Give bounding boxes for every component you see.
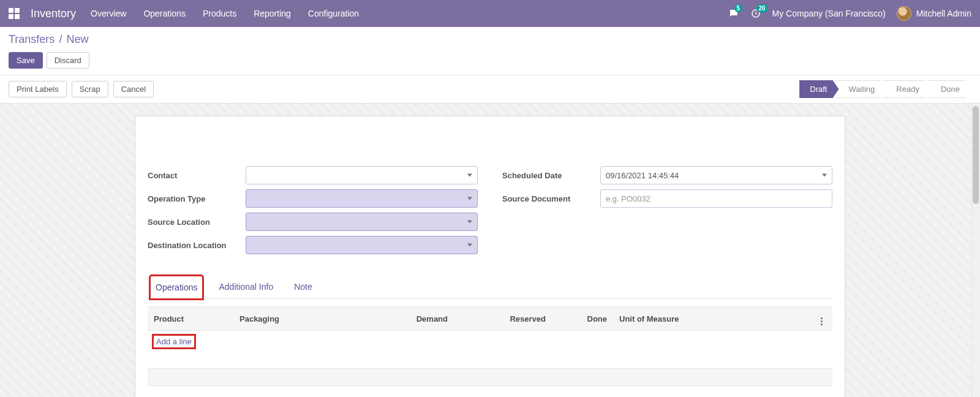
chevron-down-icon (467, 197, 472, 200)
activities-badge: 20 (756, 4, 768, 12)
print-labels-button[interactable]: Print Labels (9, 81, 67, 97)
scrollbar[interactable] (971, 104, 980, 397)
messages-badge: 5 (734, 4, 743, 12)
kebab-icon (816, 317, 826, 325)
breadcrumb-sep: / (59, 33, 62, 45)
app-brand[interactable]: Inventory (31, 7, 76, 20)
tab-additional-info[interactable]: Additional Info (214, 276, 278, 298)
scrollbar-thumb[interactable] (973, 106, 979, 204)
menu-configuration[interactable]: Configuration (308, 9, 359, 18)
th-product[interactable]: Product (148, 307, 233, 331)
status-draft[interactable]: Draft (799, 80, 839, 98)
messages-button[interactable]: 5 (728, 8, 739, 19)
breadcrumb: Transfers / New (9, 33, 971, 46)
th-options[interactable] (810, 307, 832, 331)
form-sheet: Contact Operation Type (135, 116, 845, 397)
scrap-button[interactable]: Scrap (72, 81, 108, 97)
source-document-input[interactable] (606, 194, 817, 203)
discard-button[interactable]: Discard (47, 52, 89, 69)
activities-button[interactable]: 20 (750, 8, 761, 19)
menu-reporting[interactable]: Reporting (254, 9, 291, 18)
source-location-select[interactable] (246, 213, 478, 231)
status-ready[interactable]: Ready (883, 80, 931, 98)
breadcrumb-current: New (66, 33, 88, 45)
control-panel: Transfers / New Save Discard (0, 27, 980, 75)
company-switcher[interactable]: My Company (San Francisco) (772, 9, 886, 18)
th-reserved[interactable]: Reserved (454, 307, 552, 331)
scheduled-date-value: 09/16/2021 14:45:44 (606, 171, 679, 180)
tab-operations[interactable]: Operations (150, 276, 203, 299)
status-done[interactable]: Done (927, 80, 971, 98)
chevron-down-icon (467, 221, 472, 224)
toolbar: Print Labels Scrap Cancel Draft Waiting … (0, 75, 980, 104)
status-bar: Draft Waiting Ready Done (799, 80, 971, 98)
menu-overview[interactable]: Overview (91, 9, 126, 18)
label-source-location: Source Location (148, 217, 246, 227)
save-button[interactable]: Save (9, 52, 43, 69)
destination-location-select[interactable] (246, 236, 478, 254)
content-area: Contact Operation Type (0, 104, 980, 397)
label-destination-location: Destination Location (148, 241, 246, 250)
apps-icon[interactable] (9, 8, 20, 19)
status-waiting[interactable]: Waiting (835, 80, 886, 98)
chevron-down-icon (467, 174, 472, 177)
chevron-down-icon (822, 174, 827, 177)
label-operation-type: Operation Type (148, 194, 246, 203)
th-uom[interactable]: Unit of Measure (613, 307, 778, 331)
cancel-button[interactable]: Cancel (113, 81, 154, 97)
th-packaging[interactable]: Packaging (233, 307, 319, 331)
avatar (897, 6, 911, 21)
breadcrumb-parent[interactable]: Transfers (9, 33, 55, 45)
label-scheduled-date: Scheduled Date (502, 171, 600, 180)
tabs: Operations Additional Info Note (148, 276, 832, 299)
user-name: Mitchell Admin (916, 9, 971, 18)
menu-operations[interactable]: Operations (143, 9, 185, 18)
tab-note[interactable]: Note (289, 276, 317, 298)
top-nav: Inventory Overview Operations Products R… (0, 0, 980, 27)
scheduled-date-input[interactable]: 09/16/2021 14:45:44 (600, 166, 832, 184)
th-demand[interactable]: Demand (319, 307, 454, 331)
top-menu: Overview Operations Products Reporting C… (91, 9, 359, 18)
label-source-document: Source Document (502, 194, 600, 203)
chevron-down-icon (467, 244, 472, 247)
contact-select[interactable] (246, 166, 478, 184)
operation-type-select[interactable] (246, 189, 478, 208)
operations-table: Product Packaging Demand Reserved Done U… (148, 306, 832, 386)
th-done[interactable]: Done (552, 307, 613, 331)
menu-products[interactable]: Products (203, 9, 236, 18)
label-contact: Contact (148, 171, 246, 180)
user-menu[interactable]: Mitchell Admin (897, 6, 971, 21)
add-line-link[interactable]: Add a line (154, 336, 194, 347)
source-document-wrapper (600, 189, 832, 208)
